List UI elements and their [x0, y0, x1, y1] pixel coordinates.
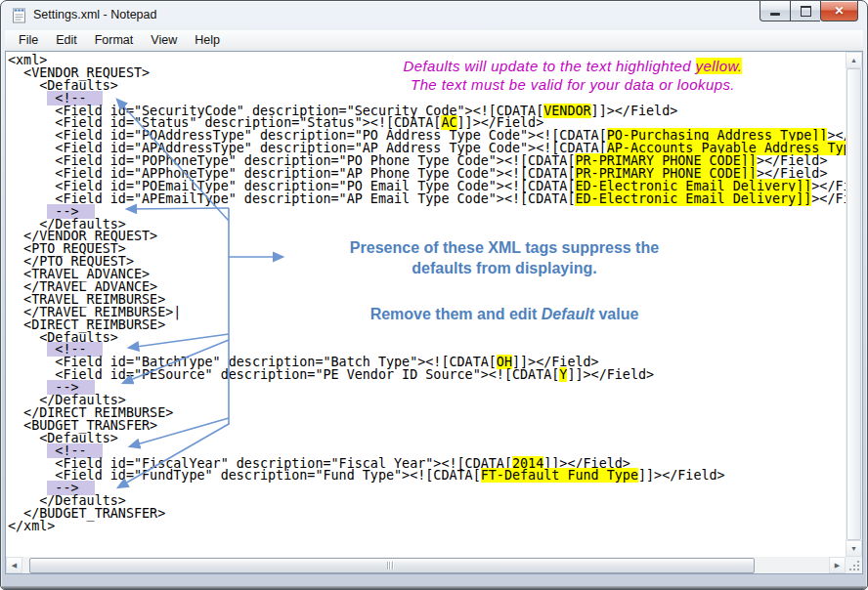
- code-line: </BUDGET_TRANSFER>: [8, 508, 846, 521]
- code-line: <Defaults>: [8, 332, 846, 345]
- menu-bar: FileEditFormatViewHelp: [5, 30, 863, 51]
- code-line: -->: [8, 483, 846, 495]
- code-line: </xml>: [8, 521, 846, 533]
- menu-item-help[interactable]: Help: [186, 31, 229, 49]
- blue-callout-line2: defaults from displaying.: [280, 258, 729, 278]
- menu-item-edit[interactable]: Edit: [47, 31, 86, 49]
- magenta-callout-line1: Defaults will update to the text highlig…: [343, 57, 803, 75]
- scroll-left-button[interactable]: ◀: [6, 557, 22, 573]
- code-line: <Field id="FundType" description="Fund T…: [8, 470, 846, 483]
- blue-callout-line1: Presence of these XML tags suppress the: [280, 237, 729, 258]
- text-area[interactable]: <xml> <VENDOR_REQUEST> <Defaults> <!-- <…: [6, 52, 846, 557]
- close-icon: ✕: [834, 5, 844, 17]
- magenta-callout: Defaults will update to the text highlig…: [343, 57, 803, 94]
- window-title: Settings.xml - Notepad: [33, 8, 156, 21]
- notepad-icon: [11, 7, 27, 23]
- client-area: <xml> <VENDOR_REQUEST> <Defaults> <!-- <…: [5, 51, 863, 574]
- code-line: -->: [8, 206, 846, 219]
- minimize-button[interactable]: [760, 1, 790, 21]
- title-bar[interactable]: Settings.xml - Notepad ✕: [1, 1, 867, 30]
- scroll-left-icon: ◀: [12, 562, 17, 569]
- scroll-up-button[interactable]: ▲: [846, 52, 862, 68]
- vertical-scrollbar[interactable]: ▲ ▼: [846, 52, 862, 557]
- horizontal-scrollbar[interactable]: ◀ ▶: [6, 557, 846, 573]
- window-controls: ✕: [760, 1, 858, 21]
- code-line: -->: [8, 382, 846, 395]
- blue-callout-line3: Remove them and edit Default value: [280, 304, 729, 324]
- window-bottom-edge: [1, 586, 867, 589]
- scroll-right-button[interactable]: ▶: [829, 557, 846, 573]
- minimize-icon: [770, 13, 780, 16]
- scroll-down-icon: ▼: [850, 545, 857, 552]
- code-line: <Field id="APEmailType" description="AP …: [8, 193, 846, 206]
- code-line: <Field id="PESource" description="PE Ven…: [8, 369, 846, 382]
- code-line: <Defaults>: [8, 433, 846, 445]
- scroll-right-icon: ▶: [835, 562, 840, 569]
- magenta-callout-line2: The text must be valid for your data or …: [343, 75, 803, 94]
- menu-item-file[interactable]: File: [10, 31, 47, 49]
- resize-grip[interactable]: [846, 557, 862, 573]
- blue-callout: Presence of these XML tags suppress the …: [280, 237, 729, 324]
- resize-grip-icon: [849, 561, 860, 571]
- scroll-down-button[interactable]: ▼: [846, 540, 862, 557]
- close-button[interactable]: ✕: [820, 1, 858, 21]
- maximize-icon: [801, 6, 811, 17]
- notepad-window: Settings.xml - Notepad ✕ FileEditFormatV…: [0, 0, 868, 590]
- horizontal-scrollbar-thumb[interactable]: [29, 558, 755, 573]
- vertical-scrollbar-thumb[interactable]: [846, 68, 861, 540]
- maximize-button[interactable]: [790, 1, 820, 21]
- code-line: <BUDGET_TRANSFER>: [8, 420, 846, 433]
- thumb-grip-icon: [387, 562, 395, 569]
- menu-item-view[interactable]: View: [142, 31, 186, 49]
- scroll-up-icon: ▲: [850, 57, 857, 63]
- menu-item-format[interactable]: Format: [86, 31, 143, 49]
